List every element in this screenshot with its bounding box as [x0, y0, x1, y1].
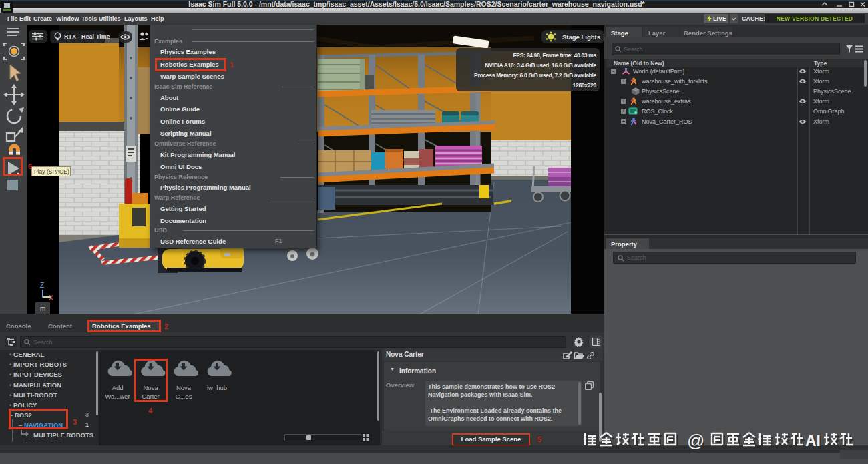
svg-text:AI: AI	[805, 432, 821, 449]
svg-text:@: @	[687, 431, 704, 451]
svg-text:Z: Z	[40, 282, 44, 289]
svg-text:C...es: C...es	[176, 393, 192, 400]
svg-text:Add: Add	[112, 384, 124, 391]
svg-text:X: X	[49, 294, 53, 302]
svg-text:Wa...wer: Wa...wer	[105, 393, 130, 400]
svg-text:iw_hub: iw_hub	[207, 384, 227, 391]
svg-text:m: m	[40, 305, 45, 312]
svg-text:Nova: Nova	[176, 384, 192, 391]
